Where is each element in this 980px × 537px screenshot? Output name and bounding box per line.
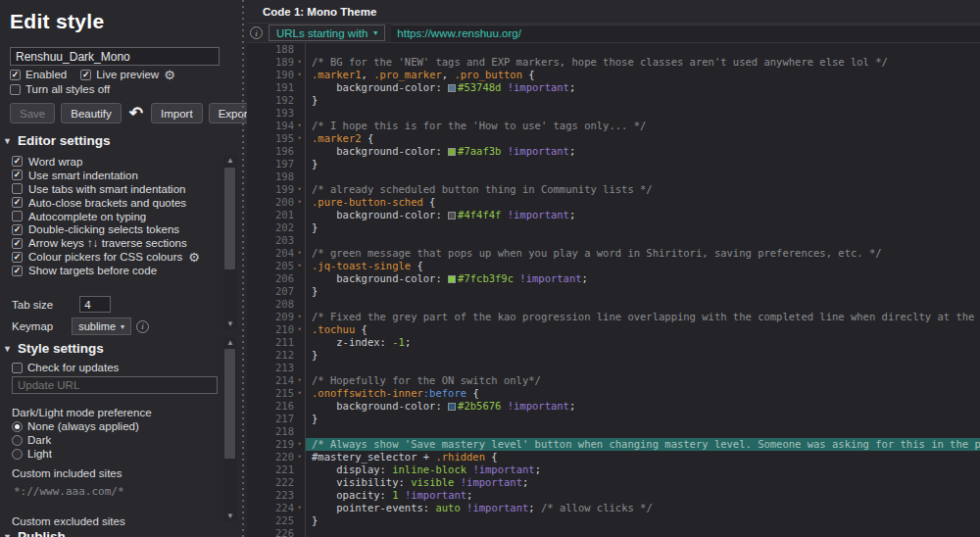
code-line[interactable]: 191 background-color: #53748d !important… — [247, 81, 980, 94]
fold-arrow-icon[interactable]: ▾ — [294, 196, 305, 209]
code-line-text[interactable]: /* already scheduled button thing in Com… — [306, 183, 980, 196]
color-swatch[interactable] — [448, 84, 456, 92]
code-line[interactable]: 225} — [247, 514, 980, 527]
code-line-text[interactable]: background-color: #4f4f4f !important; — [306, 209, 980, 221]
line-number[interactable]: 191 — [247, 81, 294, 94]
line-number[interactable]: 216 — [247, 400, 294, 413]
radio-button[interactable] — [12, 435, 23, 446]
line-number[interactable]: 219 — [247, 438, 294, 451]
checkbox-label[interactable]: Live preview — [96, 69, 159, 80]
code-line-text[interactable]: } — [306, 158, 980, 171]
radio-button[interactable] — [12, 421, 23, 432]
code-line[interactable]: 207} — [247, 285, 980, 298]
code-line-text[interactable] — [306, 43, 980, 56]
code-line-text[interactable]: } — [306, 285, 980, 298]
checkbox-box[interactable]: ✓ — [12, 238, 23, 249]
code-line[interactable]: 204▾/* green message that pops up when y… — [247, 247, 980, 260]
code-line[interactable]: 198 — [247, 171, 980, 183]
line-number[interactable]: 188 — [247, 43, 294, 56]
code-line[interactable]: 217} — [247, 413, 980, 425]
code-line-text[interactable]: opacity: 1 !important; — [306, 489, 980, 502]
code-line-text[interactable] — [306, 171, 980, 183]
enabled-checkbox[interactable]: ✓ Enabled — [10, 69, 67, 80]
code-line[interactable]: 203 — [247, 234, 980, 247]
code-line[interactable]: 223 opacity: 1 !important; — [247, 489, 980, 502]
sidebar-scrollbar-lower[interactable]: ▲ ▼ — [223, 337, 237, 521]
fold-arrow-icon[interactable]: ▾ — [294, 120, 305, 132]
undo-icon[interactable]: ↶ — [127, 105, 145, 122]
line-number[interactable]: 213 — [247, 362, 294, 374]
code-line-text[interactable]: .pure-button-sched { — [306, 196, 980, 209]
checkbox-label[interactable]: Check for updates — [27, 362, 119, 373]
checkbox-box[interactable] — [10, 84, 21, 95]
code-line[interactable]: 209▾/* Fixed the grey part of the kao pr… — [247, 311, 980, 323]
code-area[interactable]: 188189▾/* BG for the 'NEW' tags and EXP … — [247, 43, 980, 537]
line-number[interactable]: 204 — [247, 247, 294, 260]
code-line[interactable]: 200▾.pure-button-sched { — [247, 196, 980, 209]
code-line-text[interactable]: } — [306, 221, 980, 234]
fold-arrow-icon[interactable]: ▾ — [294, 502, 305, 514]
code-line-text[interactable] — [306, 107, 980, 120]
option-checkbox-row[interactable]: ✓Use smart indentation — [12, 169, 218, 182]
update-url-input[interactable] — [12, 376, 218, 394]
code-line-text[interactable]: background-color: #53748d !important; — [306, 81, 980, 94]
checkbox-box[interactable]: ✓ — [12, 197, 23, 208]
line-number[interactable]: 215 — [247, 387, 294, 400]
checkbox-label[interactable]: Turn all styles off — [25, 83, 110, 95]
line-number[interactable]: 198 — [247, 171, 294, 183]
line-number[interactable]: 221 — [247, 464, 294, 476]
beautify-button[interactable]: Beautify — [61, 103, 122, 123]
line-number[interactable]: 206 — [247, 272, 294, 285]
code-line[interactable]: 219▾/* Always show 'Save mastery level' … — [247, 438, 980, 451]
import-button[interactable]: Import — [151, 103, 203, 123]
panel-resizer-handle[interactable] — [242, 0, 244, 537]
line-number[interactable]: 201 — [247, 209, 294, 221]
checkbox-box[interactable]: ✓ — [12, 266, 23, 276]
style-name-input[interactable] — [10, 47, 220, 66]
color-swatch[interactable] — [448, 275, 456, 283]
option-checkbox-row[interactable]: ✓Double-clicking selects tokens — [12, 222, 218, 236]
option-checkbox-row[interactable]: ✓Show targets before code — [12, 264, 218, 277]
checkbox-box[interactable]: ✓ — [12, 252, 23, 263]
line-number[interactable]: 214 — [247, 374, 294, 387]
scroll-down-icon[interactable]: ▼ — [223, 318, 237, 329]
code-line-text[interactable]: /* Fixed the grey part of the kao progre… — [306, 311, 980, 323]
code-line-text[interactable]: background-color: #7aaf3b !important; — [306, 145, 980, 158]
checkbox-box[interactable]: ✓ — [80, 70, 91, 80]
code-line[interactable]: 188 — [247, 43, 980, 56]
code-line-text[interactable]: /* I hope this is for the 'How to use' t… — [306, 120, 980, 132]
scroll-up-icon[interactable]: ▲ — [223, 155, 237, 166]
line-number[interactable]: 223 — [247, 489, 294, 502]
mode-radio-light[interactable]: Light — [12, 448, 218, 460]
radio-label[interactable]: None (always applied) — [27, 420, 139, 432]
color-swatch[interactable] — [448, 148, 456, 156]
keymap-select[interactable]: sublime ▾ — [72, 317, 131, 335]
option-checkbox-row[interactable]: ✓Auto-close brackets and quotes — [12, 196, 218, 210]
checkbox-box[interactable]: ✓ — [12, 224, 23, 235]
code-line-text[interactable]: } — [306, 94, 980, 107]
line-number[interactable]: 197 — [247, 158, 294, 171]
code-line-text[interactable]: background-color: #7fcb3f9c !important; — [306, 272, 980, 285]
check-for-updates-checkbox[interactable]: Check for updates — [12, 362, 218, 373]
gear-icon[interactable]: ⚙ — [188, 252, 200, 263]
code-line-text[interactable]: .onoffswitch-inner:before { — [306, 387, 980, 400]
code-line[interactable]: 194▾/* I hope this is for the 'How to us… — [247, 120, 980, 132]
checkbox-label[interactable]: Use smart indentation — [28, 170, 138, 181]
code-line[interactable]: 211 z-index: -1; — [247, 336, 980, 349]
line-number[interactable]: 192 — [247, 94, 294, 107]
code-line[interactable]: 192} — [247, 94, 980, 107]
code-line-text[interactable]: pointer-events: auto !important; /* allo… — [306, 502, 980, 514]
line-number[interactable]: 209 — [247, 311, 294, 323]
mode-radio-dark[interactable]: Dark — [12, 434, 218, 446]
fold-arrow-icon[interactable]: ▾ — [294, 311, 305, 323]
code-line[interactable]: 224▾ pointer-events: auto !important; /*… — [247, 502, 980, 514]
line-number[interactable]: 199 — [247, 183, 294, 196]
line-number[interactable]: 193 — [247, 107, 294, 120]
code-line-text[interactable]: } — [306, 413, 980, 425]
code-line[interactable]: 222 visibility: visible !important; — [247, 476, 980, 489]
checkbox-label[interactable]: Double-clicking selects tokens — [28, 223, 179, 235]
scroll-down-icon[interactable]: ▼ — [223, 511, 237, 521]
code-line-text[interactable]: } — [306, 349, 980, 362]
code-line-text[interactable] — [306, 362, 980, 374]
code-line-text[interactable] — [306, 425, 980, 438]
